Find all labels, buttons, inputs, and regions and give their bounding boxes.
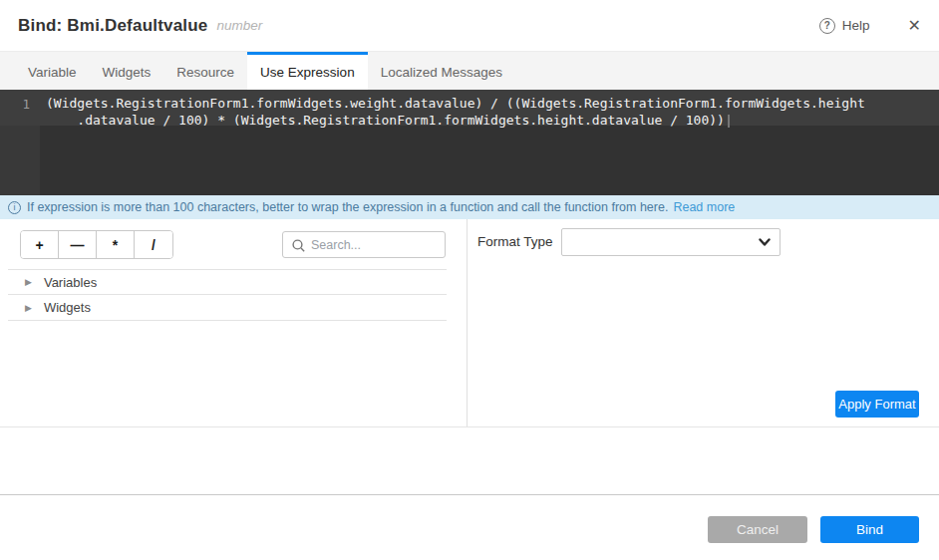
close-icon[interactable]: ✕ bbox=[908, 18, 921, 34]
tab-use-expression[interactable]: Use Expression bbox=[247, 52, 368, 90]
read-more-link[interactable]: Read more bbox=[673, 200, 735, 214]
cancel-button[interactable]: Cancel bbox=[708, 516, 807, 543]
operator-button-group: + — * / bbox=[20, 230, 173, 259]
info-message: If expression is more than 100 character… bbox=[27, 200, 668, 214]
tab-bar: Variable Widgets Resource Use Expression… bbox=[0, 52, 939, 90]
info-bar: i If expression is more than 100 charact… bbox=[0, 195, 939, 219]
editor-line-number: 1 bbox=[0, 97, 30, 112]
tree-item-variables[interactable]: ▶ Variables bbox=[8, 269, 447, 295]
apply-format-button[interactable]: Apply Format bbox=[835, 391, 919, 418]
binding-type-hint: number bbox=[216, 18, 262, 33]
expression-builder-panel: + — * / ▶ Variables ▶ Widgets bbox=[0, 219, 467, 426]
divide-operator-button[interactable]: / bbox=[135, 231, 172, 258]
binding-source-tree: ▶ Variables ▶ Widgets bbox=[8, 269, 447, 321]
plus-operator-button[interactable]: + bbox=[21, 231, 59, 258]
format-panel: Format Type Apply Format bbox=[468, 219, 939, 426]
caret-right-icon[interactable]: ▶ bbox=[25, 303, 32, 313]
help-button[interactable]: ? Help bbox=[819, 18, 870, 34]
code-line-2: .datavalue / 100) * (Widgets.Registratio… bbox=[46, 113, 933, 130]
tree-item-label: Widgets bbox=[44, 300, 91, 315]
bind-button[interactable]: Bind bbox=[820, 516, 919, 543]
minus-operator-button[interactable]: — bbox=[59, 231, 97, 258]
code-line-1: (Widgets.RegistrationForm1.formWidgets.w… bbox=[46, 96, 933, 113]
editor-cursor bbox=[728, 115, 730, 128]
dialog-title: Bind: Bmi.Defaultvalue bbox=[18, 16, 207, 36]
search-input[interactable] bbox=[311, 232, 441, 257]
tree-item-widgets[interactable]: ▶ Widgets bbox=[8, 295, 447, 321]
tree-item-label: Variables bbox=[44, 275, 97, 290]
dialog-header: Bind: Bmi.Defaultvalue number ? Help ✕ bbox=[0, 0, 939, 52]
body-divider bbox=[0, 426, 939, 427]
tab-variable[interactable]: Variable bbox=[15, 52, 90, 90]
search-box bbox=[282, 231, 446, 258]
bind-dialog: Bind: Bmi.Defaultvalue number ? Help ✕ V… bbox=[0, 0, 939, 560]
code-line-2-text: .datavalue / 100) * (Widgets.Registratio… bbox=[46, 113, 725, 128]
tab-widgets[interactable]: Widgets bbox=[90, 52, 164, 90]
expression-editor[interactable]: 1 (Widgets.RegistrationForm1.formWidgets… bbox=[0, 90, 939, 195]
chevron-down-icon bbox=[759, 238, 771, 247]
tab-resource[interactable]: Resource bbox=[163, 52, 247, 90]
format-type-label: Format Type bbox=[477, 228, 553, 256]
editor-code: (Widgets.RegistrationForm1.formWidgets.w… bbox=[46, 96, 933, 129]
caret-right-icon[interactable]: ▶ bbox=[25, 277, 32, 287]
footer-divider bbox=[0, 494, 939, 495]
multiply-operator-button[interactable]: * bbox=[97, 231, 135, 258]
info-icon: i bbox=[8, 201, 21, 214]
help-label: Help bbox=[842, 18, 870, 33]
format-type-select[interactable] bbox=[561, 228, 781, 256]
help-icon: ? bbox=[819, 18, 835, 34]
tab-localized-messages[interactable]: Localized Messages bbox=[368, 52, 515, 90]
search-icon bbox=[292, 239, 305, 252]
